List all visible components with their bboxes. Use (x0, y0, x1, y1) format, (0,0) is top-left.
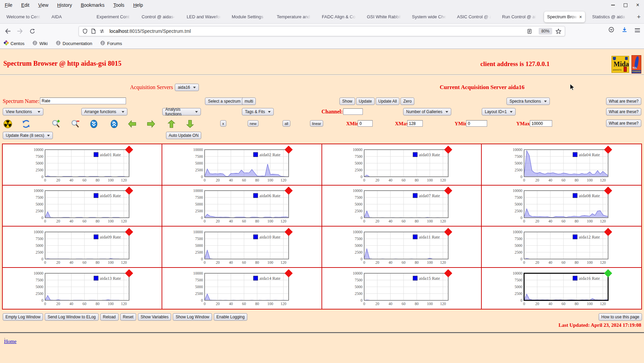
maximize-icon[interactable] (624, 3, 627, 7)
tab-asic-control-a[interactable]: ASIC Control @ a (454, 10, 495, 24)
spectrum-panel-aida12-rate[interactable]: 025005000750010000020406080100120aida12 … (482, 227, 641, 268)
address-bar[interactable]: localhost:8015/Spectrum/Spectrum.tml 80% (79, 26, 565, 36)
tab-fadc-align-co[interactable]: FADC Align & Co (319, 10, 360, 24)
close-icon[interactable]: × (636, 2, 639, 8)
auto-update-button[interactable]: Auto Update ON (166, 132, 201, 139)
spectrum-panel-aida09-rate[interactable]: 025005000750010000020406080100120aida09 … (3, 227, 162, 268)
spectrum-panel-aida01-rate[interactable]: 025005000750010000020406080100120aida01 … (3, 144, 162, 186)
bookmark-wiki[interactable]: Wiki (33, 41, 48, 46)
tab-gsi-white-rabbit[interactable]: GSI White Rabbit (364, 10, 405, 24)
all-button[interactable]: all (283, 120, 290, 127)
x-scale-button[interactable]: x (220, 120, 226, 127)
acquisition-server-select[interactable]: aida16 (175, 84, 199, 91)
menu-tools[interactable]: Tools (113, 2, 124, 8)
arrange-functions-dropdown[interactable]: Arrange functions (81, 108, 127, 115)
move-up-icon[interactable] (167, 120, 176, 128)
menu-bookmarks[interactable]: Bookmarks (81, 2, 104, 8)
bookmark-star-icon[interactable] (556, 28, 561, 34)
minimize-icon[interactable] (611, 5, 615, 5)
bookmark-forums[interactable]: Forums (100, 41, 122, 46)
tab-temperature-and[interactable]: Temperature and (274, 10, 315, 24)
tab-control-aidas[interactable]: Control @ aidas- (139, 10, 180, 24)
analysis-functions-dropdown[interactable]: Analysis functions (162, 108, 201, 115)
home-link[interactable]: Home (4, 339, 17, 344)
tab-module-settings[interactable]: Module Settings (229, 10, 270, 24)
new-tab-button[interactable]: + (637, 13, 641, 21)
show-variables-button[interactable]: Show Variables (138, 313, 171, 321)
spectrum-panel-aida04-rate[interactable]: 025005000750010000020406080100120aida04 … (482, 144, 641, 186)
galleries-dropdown[interactable]: Number of Galleries (403, 108, 451, 115)
what-are-these-button-3[interactable]: What are these? (606, 120, 641, 127)
spectrum-panel-aida02-rate[interactable]: 025005000750010000020406080100120aida02 … (162, 144, 322, 186)
spectrum-panel-aida14-rate[interactable]: 025005000750010000020406080100120aida14 … (162, 268, 322, 309)
xmax-input[interactable] (407, 120, 423, 127)
new-button[interactable]: new (248, 120, 258, 127)
tab-close-icon[interactable]: × (579, 14, 582, 20)
menu-edit[interactable]: Edit (21, 2, 29, 8)
send-log-window-to-elog-button[interactable]: Send Log Window to ELog (45, 313, 98, 321)
menu-history[interactable]: History (57, 2, 72, 8)
ymax-input[interactable] (530, 120, 552, 127)
move-right-icon[interactable] (147, 120, 155, 128)
shield-icon[interactable] (82, 28, 88, 34)
spectrum-name-input[interactable] (40, 98, 126, 104)
bookmark-documentation[interactable]: Documentation (56, 41, 92, 46)
radiation-icon[interactable] (3, 120, 12, 128)
view-functions-dropdown[interactable]: View functions (3, 108, 43, 115)
zoom-out-icon[interactable] (71, 120, 80, 128)
update-all-button[interactable]: Update All (376, 98, 400, 105)
channel-input[interactable] (343, 108, 363, 115)
tab-statistics-aida[interactable]: Statistics @ aida (589, 10, 630, 24)
pocket-icon[interactable] (608, 27, 614, 34)
what-are-these-button-2[interactable]: What are these? (606, 108, 641, 115)
tab-system-wide-che[interactable]: System wide Che (409, 10, 450, 24)
show-button[interactable]: Show (339, 98, 355, 105)
spectrum-panel-aida07-rate[interactable]: 025005000750010000020406080100120aida07 … (322, 186, 482, 227)
how-to-use-button[interactable]: How to use this page (599, 313, 642, 321)
linear-button[interactable]: linear (310, 120, 323, 127)
reset-button[interactable]: Reset (120, 313, 136, 321)
move-down-icon[interactable] (186, 120, 194, 128)
tab-welcome-to-cent[interactable]: Welcome to Cent (3, 10, 44, 24)
spectrum-panel-aida15-rate[interactable]: 025005000750010000020406080100120aida15 … (322, 268, 482, 309)
spectrum-panel-aida16-rate[interactable]: 025005000750010000020406080100120aida16 … (482, 268, 641, 309)
refresh-icon[interactable] (22, 120, 30, 128)
menu-hamburger-icon[interactable] (635, 28, 640, 32)
spectrum-panel-aida08-rate[interactable]: 025005000750010000020406080100120aida08 … (482, 186, 641, 227)
zoom-in-icon[interactable] (51, 120, 60, 128)
multi-button[interactable]: multi (242, 98, 256, 105)
update-button[interactable]: Update (356, 98, 375, 105)
show-log-window-button[interactable]: Show Log Window (173, 313, 212, 321)
tab-run-control-ai[interactable]: Run Control @ ai (499, 10, 540, 24)
zoom-level-badge[interactable]: 80% (539, 28, 552, 35)
spectrum-panel-aida06-rate[interactable]: 025005000750010000020406080100120aida06 … (162, 186, 322, 227)
spectrum-panel-aida11-rate[interactable]: 025005000750010000020406080100120aida11 … (322, 227, 482, 268)
what-are-these-button-1[interactable]: What are these? (606, 98, 641, 105)
bookmark-centos[interactable]: Centos (4, 41, 24, 46)
move-left-icon[interactable] (128, 120, 137, 128)
back-icon[interactable] (3, 27, 12, 36)
tab-spectrum-brow[interactable]: Spectrum Brow× (544, 12, 585, 22)
spectrum-panel-aida03-rate[interactable]: 025005000750010000020406080100120aida03 … (322, 144, 482, 186)
tags-fits-dropdown[interactable]: Tags & Fits (242, 108, 274, 115)
scroll-up-icon[interactable] (110, 120, 119, 128)
forward-icon[interactable] (16, 27, 24, 36)
xmin-input[interactable] (358, 120, 373, 127)
page-info-icon[interactable] (91, 28, 96, 34)
ymin-input[interactable] (466, 120, 487, 127)
permissions-icon[interactable] (99, 29, 105, 34)
menu-help[interactable]: Help (133, 2, 143, 8)
menu-view[interactable]: View (38, 2, 48, 8)
zero-button[interactable]: Zero (400, 98, 414, 105)
enable-logging-button[interactable]: Enable Logging (214, 313, 247, 321)
tab-led-and-wavefor[interactable]: LED and Wavefor (184, 10, 225, 24)
downloads-icon[interactable] (622, 27, 627, 34)
reader-mode-icon[interactable] (527, 29, 532, 34)
tab-aida[interactable]: AIDA (48, 10, 89, 24)
tab-experiment-cont[interactable]: Experiment Cont (94, 10, 134, 24)
spectrum-panel-aida13-rate[interactable]: 025005000750010000020406080100120aida13 … (3, 268, 162, 309)
layout-dropdown[interactable]: Layout ID=1 (482, 108, 516, 115)
reload-button[interactable]: Reload (100, 313, 119, 321)
spectrum-panel-aida10-rate[interactable]: 025005000750010000020406080100120aida10 … (162, 227, 322, 268)
reload-icon[interactable] (28, 27, 37, 36)
